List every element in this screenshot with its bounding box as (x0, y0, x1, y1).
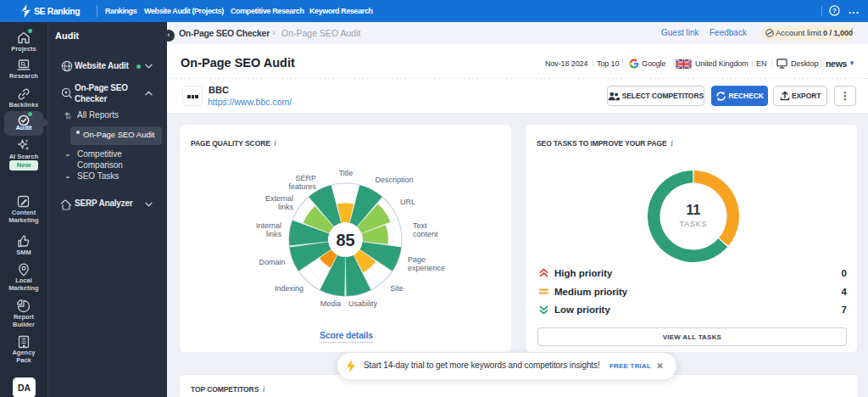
svg-text:links: links (278, 203, 294, 211)
svg-text:Media: Media (320, 299, 342, 308)
svg-text:Description: Description (375, 176, 413, 184)
svg-text:?: ? (832, 7, 837, 14)
svg-text:External: External (265, 194, 293, 203)
svg-text:Internal: Internal (256, 221, 281, 230)
svg-text:85: 85 (336, 231, 354, 249)
svg-text:features: features (288, 182, 316, 191)
svg-text:links: links (266, 230, 282, 238)
svg-text:Domain: Domain (259, 258, 285, 266)
svg-text:Title: Title (339, 169, 353, 177)
svg-text:Text: Text (413, 221, 427, 230)
svg-text:URL: URL (400, 198, 415, 206)
svg-text:Usability: Usability (348, 299, 378, 308)
svg-text:SERP: SERP (295, 174, 316, 182)
svg-text:experience: experience (408, 264, 445, 272)
svg-text:Page: Page (408, 255, 426, 264)
svg-text:Site: Site (390, 284, 403, 293)
svg-text:Indexing: Indexing (275, 284, 303, 293)
svg-text:content: content (413, 230, 438, 238)
